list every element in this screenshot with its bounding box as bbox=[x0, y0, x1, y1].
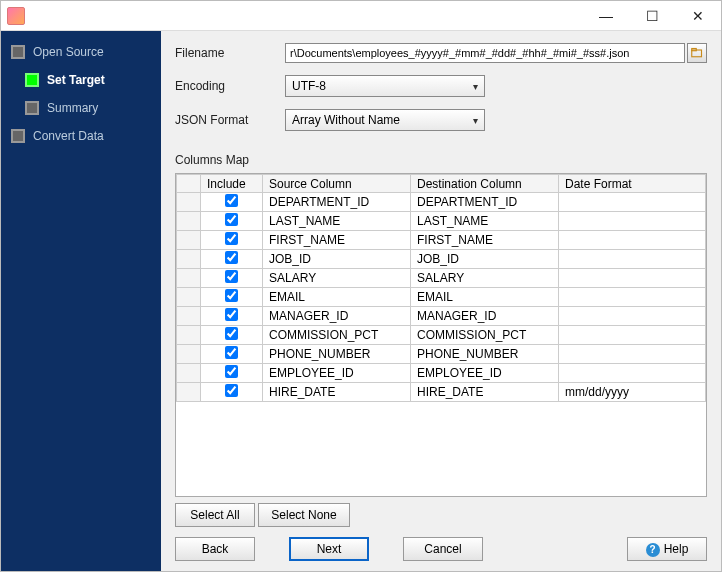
cell-dest[interactable]: DEPARTMENT_ID bbox=[411, 193, 559, 212]
cell-datefmt[interactable]: mm/dd/yyyy bbox=[559, 383, 706, 402]
help-label: Help bbox=[664, 542, 689, 556]
row-header[interactable] bbox=[177, 231, 201, 250]
cell-include bbox=[201, 364, 263, 383]
cell-source[interactable]: MANAGER_ID bbox=[263, 307, 411, 326]
help-button[interactable]: ?Help bbox=[627, 537, 707, 561]
cell-dest[interactable]: HIRE_DATE bbox=[411, 383, 559, 402]
maximize-button[interactable]: ☐ bbox=[629, 1, 675, 31]
cell-source[interactable]: SALARY bbox=[263, 269, 411, 288]
col-source[interactable]: Source Column bbox=[263, 175, 411, 193]
row-header[interactable] bbox=[177, 345, 201, 364]
col-include[interactable]: Include bbox=[201, 175, 263, 193]
cell-source[interactable]: COMMISSION_PCT bbox=[263, 326, 411, 345]
encoding-value: UTF-8 bbox=[292, 79, 326, 93]
json-format-select[interactable]: Array Without Name ▾ bbox=[285, 109, 485, 131]
cell-include bbox=[201, 193, 263, 212]
next-button[interactable]: Next bbox=[289, 537, 369, 561]
encoding-label: Encoding bbox=[175, 79, 285, 93]
cell-datefmt[interactable] bbox=[559, 269, 706, 288]
step-marker-icon bbox=[11, 45, 25, 59]
folder-open-icon bbox=[691, 47, 703, 59]
cell-datefmt[interactable] bbox=[559, 212, 706, 231]
include-checkbox[interactable] bbox=[225, 308, 238, 321]
cell-include bbox=[201, 250, 263, 269]
columns-map-table-wrap: Include Source Column Destination Column… bbox=[175, 173, 707, 497]
wizard-step-open-source[interactable]: Open Source bbox=[11, 45, 161, 59]
cell-source[interactable]: JOB_ID bbox=[263, 250, 411, 269]
step-label: Set Target bbox=[47, 73, 105, 87]
cell-dest[interactable]: SALARY bbox=[411, 269, 559, 288]
cell-dest[interactable]: EMAIL bbox=[411, 288, 559, 307]
row-header[interactable] bbox=[177, 307, 201, 326]
browse-button[interactable] bbox=[687, 43, 707, 63]
cell-dest[interactable]: LAST_NAME bbox=[411, 212, 559, 231]
cell-include bbox=[201, 345, 263, 364]
cell-datefmt[interactable] bbox=[559, 193, 706, 212]
include-checkbox[interactable] bbox=[225, 346, 238, 359]
cell-dest[interactable]: COMMISSION_PCT bbox=[411, 326, 559, 345]
table-row: PHONE_NUMBERPHONE_NUMBER bbox=[177, 345, 706, 364]
cell-datefmt[interactable] bbox=[559, 231, 706, 250]
filename-input[interactable] bbox=[285, 43, 685, 63]
row-header[interactable] bbox=[177, 269, 201, 288]
include-checkbox[interactable] bbox=[225, 251, 238, 264]
wizard-step-summary[interactable]: Summary bbox=[25, 101, 161, 115]
include-checkbox[interactable] bbox=[225, 327, 238, 340]
row-header[interactable] bbox=[177, 212, 201, 231]
cell-dest[interactable]: MANAGER_ID bbox=[411, 307, 559, 326]
row-header-blank bbox=[177, 175, 201, 193]
include-checkbox[interactable] bbox=[225, 213, 238, 226]
cell-dest[interactable]: EMPLOYEE_ID bbox=[411, 364, 559, 383]
cell-include bbox=[201, 212, 263, 231]
row-header[interactable] bbox=[177, 383, 201, 402]
cell-datefmt[interactable] bbox=[559, 288, 706, 307]
row-header[interactable] bbox=[177, 193, 201, 212]
include-checkbox[interactable] bbox=[225, 384, 238, 397]
minimize-button[interactable]: — bbox=[583, 1, 629, 31]
cell-source[interactable]: LAST_NAME bbox=[263, 212, 411, 231]
select-all-button[interactable]: Select All bbox=[175, 503, 255, 527]
table-row: EMPLOYEE_IDEMPLOYEE_ID bbox=[177, 364, 706, 383]
row-header[interactable] bbox=[177, 250, 201, 269]
include-checkbox[interactable] bbox=[225, 289, 238, 302]
col-dest[interactable]: Destination Column bbox=[411, 175, 559, 193]
row-header[interactable] bbox=[177, 364, 201, 383]
col-datefmt[interactable]: Date Format bbox=[559, 175, 706, 193]
cell-include bbox=[201, 326, 263, 345]
cell-datefmt[interactable] bbox=[559, 307, 706, 326]
cell-datefmt[interactable] bbox=[559, 326, 706, 345]
include-checkbox[interactable] bbox=[225, 232, 238, 245]
include-checkbox[interactable] bbox=[225, 194, 238, 207]
close-button[interactable]: ✕ bbox=[675, 1, 721, 31]
cell-datefmt[interactable] bbox=[559, 364, 706, 383]
cell-source[interactable]: DEPARTMENT_ID bbox=[263, 193, 411, 212]
row-header[interactable] bbox=[177, 326, 201, 345]
cell-datefmt[interactable] bbox=[559, 250, 706, 269]
table-row: HIRE_DATEHIRE_DATEmm/dd/yyyy bbox=[177, 383, 706, 402]
cell-source[interactable]: PHONE_NUMBER bbox=[263, 345, 411, 364]
json-format-label: JSON Format bbox=[175, 113, 285, 127]
cell-datefmt[interactable] bbox=[559, 345, 706, 364]
cell-dest[interactable]: JOB_ID bbox=[411, 250, 559, 269]
step-marker-icon bbox=[25, 73, 39, 87]
wizard-step-set-target[interactable]: Set Target bbox=[25, 73, 161, 87]
row-header[interactable] bbox=[177, 288, 201, 307]
table-row: MANAGER_IDMANAGER_ID bbox=[177, 307, 706, 326]
table-row: LAST_NAMELAST_NAME bbox=[177, 212, 706, 231]
json-format-value: Array Without Name bbox=[292, 113, 400, 127]
cell-source[interactable]: EMPLOYEE_ID bbox=[263, 364, 411, 383]
step-label: Summary bbox=[47, 101, 98, 115]
cell-source[interactable]: EMAIL bbox=[263, 288, 411, 307]
cell-source[interactable]: FIRST_NAME bbox=[263, 231, 411, 250]
wizard-step-convert-data[interactable]: Convert Data bbox=[11, 129, 161, 143]
cancel-button[interactable]: Cancel bbox=[403, 537, 483, 561]
table-row: SALARYSALARY bbox=[177, 269, 706, 288]
cell-dest[interactable]: PHONE_NUMBER bbox=[411, 345, 559, 364]
select-none-button[interactable]: Select None bbox=[258, 503, 349, 527]
cell-dest[interactable]: FIRST_NAME bbox=[411, 231, 559, 250]
back-button[interactable]: Back bbox=[175, 537, 255, 561]
include-checkbox[interactable] bbox=[225, 365, 238, 378]
cell-source[interactable]: HIRE_DATE bbox=[263, 383, 411, 402]
include-checkbox[interactable] bbox=[225, 270, 238, 283]
encoding-select[interactable]: UTF-8 ▾ bbox=[285, 75, 485, 97]
